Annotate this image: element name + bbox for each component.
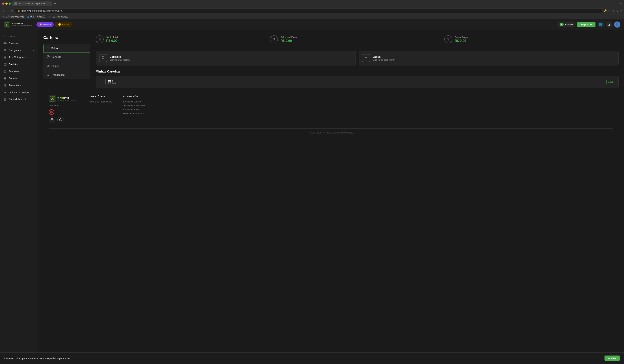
- mission-button[interactable]: 🎯 Missão: [36, 22, 54, 27]
- balance-card-bonus: $ Saldo de Bônus R$ 0,00: [270, 35, 444, 43]
- balance-total-info: Saldo Total R$ 0,00: [106, 36, 118, 43]
- bookmark-3[interactable]: 📱 TG: @tianmeibbs: [48, 16, 68, 18]
- balance-icon: $: [560, 23, 564, 26]
- action-deposit-label: Depósito: [110, 55, 130, 58]
- footer-link-pagamentos[interactable]: Formas de Pagamentos: [89, 100, 112, 103]
- sidebar-item-favoritos[interactable]: ◱ Favoritos: [0, 68, 38, 75]
- balance-bonus-info: Saldo de Bônus R$ 0,00: [280, 36, 297, 43]
- wallet-menu: ◫ Saldo Depósito: [43, 44, 90, 79]
- bookmark-label-2: 认准->天美社区: [30, 15, 45, 18]
- balance-card-saque: $ Saldo Saque R$ 0,00: [444, 35, 619, 43]
- traffic-light-minimize[interactable]: [5, 2, 8, 5]
- minhas-carteiras-title: Minhas Carteiras: [96, 70, 619, 73]
- sidebar-item-label-test-categories: Test Categories: [9, 56, 26, 59]
- action-cards: Depósito Clique para depositar: [96, 51, 619, 66]
- balance-bonus-value: R$ 0,00: [280, 39, 297, 43]
- sidebar-item-home[interactable]: ⌂ Home: [0, 33, 38, 40]
- main-layout: ⌂ Home 🎮 Cassino ≡ Categories ▼ ▣ Test C…: [0, 30, 624, 364]
- footer-links-section: LINKS ÚTEIS Formas de Pagamentos: [89, 95, 112, 123]
- wallet-item-badge: Ativo: [606, 80, 615, 84]
- svg-rect-3: [47, 65, 49, 67]
- sidebar-item-promotions[interactable]: ◎ Promotions: [0, 82, 38, 89]
- balance-total-label: Saldo Total: [106, 36, 118, 39]
- transacoes-menu-icon: ▲: [47, 73, 50, 76]
- cookie-banner: Usamos cookies para fornecer a melhor ex…: [0, 352, 624, 364]
- avatar-button[interactable]: 👤: [614, 22, 620, 28]
- balance-saque-info: Saldo Saque R$ 0,00: [455, 36, 468, 43]
- brightness-icon: ◑: [608, 23, 610, 26]
- deposito-menu-label: Depósito: [52, 56, 61, 58]
- footer-copyright: © 2024 Viper Pro Todos os direitos reser…: [308, 131, 354, 134]
- footer-link-privacidade[interactable]: Política de Privacidade: [123, 104, 145, 107]
- tab-expand-icon[interactable]: ∨: [620, 2, 622, 5]
- browser-tab-active[interactable]: viperpro.timibbs.vip/profile/w... ✕: [12, 1, 52, 6]
- wallet-menu-deposito[interactable]: Depósito: [43, 52, 90, 62]
- footer-link-termos[interactable]: Termos de Serviço: [123, 100, 145, 103]
- whatsapp-icon[interactable]: [57, 117, 64, 123]
- footer-links-title: LINKS ÚTEIS: [89, 95, 112, 98]
- back-button[interactable]: ‹: [2, 9, 4, 13]
- balance-bonus-icon: $: [270, 35, 278, 43]
- bookmark-2[interactable]: 👤 认准->天美社区: [27, 15, 45, 18]
- sidebar-item-carteira[interactable]: ◫ Carteira: [0, 61, 38, 68]
- indicar-button[interactable]: 🪙 Indicar: [55, 22, 72, 27]
- top-nav: VIPER PRO iGaming Software 🎯 Missão 🪙 In…: [0, 19, 624, 30]
- tab-close-button[interactable]: ✕: [48, 2, 50, 5]
- wallet-item-info: R$ 0 R$ 0.00: [108, 79, 604, 85]
- traffic-light-close[interactable]: [2, 2, 4, 5]
- browser-addressbar: ‹ › ↻ 🔒 https://viperpro.timibbs.vip/pro…: [0, 7, 624, 14]
- forward-button[interactable]: ›: [6, 9, 8, 13]
- action-card-deposit[interactable]: Depósito Clique para depositar: [96, 51, 356, 66]
- sidebar-item-cassino[interactable]: 🎮 Cassino: [0, 40, 38, 47]
- globe-icon: 🌐: [599, 23, 602, 26]
- footer-link-bonus-boas-vinda[interactable]: Bônus de Boas Vinda: [123, 112, 145, 115]
- balance-cards: $ Saldo Total R$ 0,00 $ Saldo de Bônus R…: [96, 35, 619, 47]
- globe-button[interactable]: 🌐: [598, 22, 604, 28]
- logo-viper: VIPER: [12, 23, 18, 25]
- sidebar-item-indique[interactable]: ◈ Indique um amigo: [0, 89, 38, 96]
- deposit-button[interactable]: Depósito: [577, 22, 596, 27]
- wallet-menu-saque[interactable]: Saque: [43, 62, 90, 71]
- logo-text-block: VIPER PRO iGaming Software: [12, 23, 32, 26]
- footer-link-bonus-termos[interactable]: Termos de Bônus: [123, 108, 145, 111]
- saque-menu-icon: [47, 64, 50, 68]
- menu-icon[interactable]: ≡: [620, 9, 622, 12]
- wallet-item: R$ 0 R$ 0.00 Ativo: [96, 76, 619, 88]
- balance-total-value: R$ 0,00: [106, 39, 118, 43]
- wallet-title: Carteira: [43, 35, 90, 40]
- sidebar-item-categories[interactable]: ≡ Categories ▼: [0, 47, 38, 53]
- wallet-menu-transacoes[interactable]: ▲ Transações: [43, 71, 90, 79]
- brightness-button[interactable]: ◑: [606, 22, 612, 28]
- browser-chrome: viperpro.timibbs.vip/profile/w... ✕ + ∨ …: [0, 0, 624, 19]
- aceitar-button[interactable]: Aceitar: [604, 356, 620, 361]
- traffic-light-fullscreen[interactable]: [9, 2, 11, 5]
- deposito-menu-icon: [47, 55, 50, 59]
- address-url: https://viperpro.timibbs.vip/profile/wal…: [22, 9, 62, 12]
- action-card-saque[interactable]: Saque Clique aqui para retirar: [359, 51, 619, 66]
- wallet-menu-saldo[interactable]: ◫ Saldo: [43, 44, 90, 52]
- avatar-icon: 👤: [616, 23, 619, 26]
- browser-titlebar: viperpro.timibbs.vip/profile/w... ✕ + ∨: [0, 0, 624, 7]
- indique-icon: ◈: [3, 91, 7, 94]
- sidebar-item-test-categories[interactable]: ▣ Test Categories: [0, 53, 38, 61]
- sidebar-item-suporte[interactable]: ◉ Suporte: [0, 75, 38, 82]
- balance-saque-icon: $: [444, 35, 452, 43]
- balance-card-total: $ Saldo Total R$ 0,00: [96, 35, 270, 43]
- footer-logo: VIPER PRO iGaming Software: [49, 95, 78, 102]
- action-deposit-icon: [99, 54, 107, 62]
- sidebar-item-central[interactable]: ▦ Central de Apoio: [0, 96, 38, 103]
- svg-point-14: [52, 119, 53, 119]
- categories-icon: ≡: [3, 49, 7, 52]
- address-bar[interactable]: 🔒 https://viperpro.timibbs.vip/profile/w…: [15, 8, 602, 13]
- minhas-carteiras-section: Minhas Carteiras R$ 0 R$ 0.00: [96, 70, 619, 88]
- cassino-icon: 🎮: [3, 42, 7, 45]
- new-tab-button[interactable]: +: [53, 2, 57, 6]
- action-saque-label: Saque: [372, 55, 394, 58]
- instagram-icon[interactable]: [49, 117, 55, 123]
- footer-viper: VIPER: [57, 97, 64, 99]
- balance-display: $ R$ 0,00: [557, 22, 575, 27]
- sidebar-item-label-indique: Indique um amigo: [9, 91, 29, 94]
- svg-point-6: [103, 58, 104, 59]
- reload-button[interactable]: ↻: [10, 9, 14, 13]
- bookmark-1[interactable]: 🔧 程序搭建/开发/修复: [2, 15, 24, 18]
